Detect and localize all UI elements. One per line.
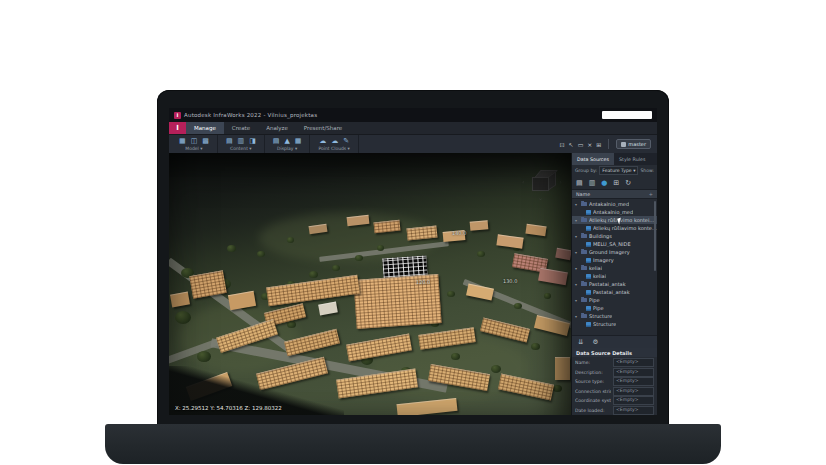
elevation-label: 130.0 bbox=[503, 278, 517, 284]
ribbon-group-label[interactable]: Point Clouds ▾ bbox=[318, 146, 350, 151]
close-tools-icon[interactable]: × bbox=[587, 141, 592, 148]
tree-file-row[interactable]: Structure bbox=[572, 320, 657, 328]
model-viewport[interactable]: X: 25.29512 Y: 54.70316 Z: 129.80322 ‹ ›… bbox=[169, 153, 571, 415]
view-cube[interactable]: ‹ › ⌄ bbox=[522, 163, 562, 201]
tree bbox=[447, 291, 455, 297]
detail-row: Source type:<Empty> bbox=[572, 377, 657, 387]
titlebar-search-input[interactable] bbox=[602, 111, 652, 119]
building bbox=[498, 374, 554, 401]
column-options-icon[interactable]: + bbox=[649, 191, 653, 197]
detail-field-label: Connection string: bbox=[575, 389, 611, 394]
expand-caret-icon[interactable]: ▾ bbox=[575, 266, 579, 271]
ribbon-tab-manage[interactable]: Manage bbox=[186, 122, 224, 134]
ribbon-tab-create[interactable]: Create bbox=[224, 122, 258, 134]
ribbon-tab-present-share[interactable]: Present/Share bbox=[296, 122, 350, 134]
tree-column-header[interactable]: Name + bbox=[572, 190, 657, 199]
tables-icon[interactable]: ▦ bbox=[295, 137, 302, 145]
attributes-icon[interactable]: ▥ bbox=[238, 137, 245, 145]
tree-file-row[interactable]: MELU_SA_NIDE bbox=[572, 240, 657, 248]
add-data-source-icon[interactable]: ▤ bbox=[576, 179, 583, 187]
tree-folder-row[interactable]: ▾Atliekų rūšiavimo konteineriai bbox=[572, 216, 657, 224]
details-title: Data Source Details bbox=[572, 348, 657, 357]
data-source-icon bbox=[586, 274, 591, 279]
ribbon-group-label[interactable]: Model ▾ bbox=[179, 146, 209, 151]
connect-icon[interactable]: ● bbox=[601, 179, 607, 187]
viewcube-right-arrow-icon[interactable]: › bbox=[560, 179, 562, 185]
refresh-icon[interactable]: ↻ bbox=[625, 179, 631, 187]
ribbon-tab-analyze[interactable]: Analyze bbox=[258, 122, 296, 134]
cloud-lock-icon[interactable]: ☁ bbox=[319, 137, 326, 145]
ribbon-group-label[interactable]: Display ▾ bbox=[273, 146, 302, 151]
tree-folder-row[interactable]: ▾keliai bbox=[572, 264, 657, 272]
detail-field-value[interactable]: <Empty> bbox=[613, 406, 654, 415]
detail-row: Name:<Empty> bbox=[572, 358, 657, 368]
tree-folder-label: Atliekų rūšiavimo konteineriai bbox=[589, 217, 657, 223]
panel-tab-data-sources[interactable]: Data Sources bbox=[572, 153, 614, 165]
application-menu-button[interactable]: I bbox=[169, 122, 186, 134]
tree-scrollbar[interactable] bbox=[654, 201, 656, 271]
model-explorer-icon[interactable]: ▦ bbox=[179, 137, 186, 145]
tree-file-row[interactable]: keliai bbox=[572, 272, 657, 280]
proposal-icon bbox=[621, 142, 626, 147]
expand-caret-icon[interactable]: ▾ bbox=[575, 314, 579, 319]
tree-file-row[interactable]: Pipe bbox=[572, 304, 657, 312]
tree-folder-row[interactable]: ▾Pastatai_antak bbox=[572, 280, 657, 288]
folder-icon bbox=[581, 298, 587, 302]
data-source-icon bbox=[586, 322, 591, 327]
tree-folder-label: Structure bbox=[589, 313, 612, 319]
detail-field-value[interactable]: <Empty> bbox=[613, 358, 654, 367]
ribbon-group-label[interactable]: Content ▾ bbox=[226, 146, 256, 151]
cloud-icon[interactable]: ☁ bbox=[331, 137, 338, 145]
detail-field-value[interactable]: <Empty> bbox=[613, 377, 654, 386]
panel-tab-style-rules[interactable]: Style Rules bbox=[614, 153, 651, 165]
tree bbox=[377, 245, 384, 251]
group-by-dropdown[interactable]: Feature Type ▾ bbox=[599, 166, 638, 175]
detail-field-label: Description: bbox=[575, 370, 611, 375]
settings-icon[interactable]: ⚙ bbox=[592, 339, 598, 346]
cloud-edit-icon[interactable]: ✎ bbox=[343, 137, 349, 145]
tree-folder-row[interactable]: ▾Antakalnio_med bbox=[572, 200, 657, 208]
locate-content-icon[interactable]: ◨ bbox=[249, 137, 256, 145]
tree-file-row[interactable]: Antakalnio_med bbox=[572, 208, 657, 216]
tree bbox=[309, 271, 318, 278]
expand-caret-icon[interactable]: ▾ bbox=[575, 298, 579, 303]
collapse-all-icon[interactable]: ⇊ bbox=[578, 339, 583, 346]
panel-toolbar: ▤▥●⊞↻ bbox=[572, 176, 657, 190]
add-file-data-source-icon[interactable]: ▥ bbox=[589, 179, 596, 187]
tree-file-row[interactable]: Imagery bbox=[572, 256, 657, 264]
measure-icon[interactable]: ▭ bbox=[578, 141, 584, 148]
detail-field-value[interactable]: <Empty> bbox=[613, 387, 654, 396]
tree-folder-row[interactable]: ▾Structure bbox=[572, 312, 657, 320]
tree-folder-row[interactable]: ▾Pipe bbox=[572, 296, 657, 304]
tree-file-label: keliai bbox=[593, 273, 606, 279]
expand-caret-icon[interactable]: ▾ bbox=[575, 202, 579, 207]
terrain-icon[interactable]: ▲ bbox=[284, 137, 289, 145]
copy-icon[interactable]: ⊞ bbox=[613, 179, 619, 187]
data-source-icon bbox=[586, 306, 591, 311]
viewcube-down-arrow-icon[interactable]: ⌄ bbox=[538, 195, 543, 201]
detail-field-label: Name: bbox=[575, 360, 611, 365]
tree-file-row[interactable]: Pastatai_antak bbox=[572, 288, 657, 296]
viewcube-left-arrow-icon[interactable]: ‹ bbox=[522, 179, 524, 185]
tree-folder-row[interactable]: ▾Buildings bbox=[572, 232, 657, 240]
clipboard-icon[interactable]: ⊞ bbox=[596, 141, 601, 148]
detail-field-value[interactable]: <Empty> bbox=[613, 368, 654, 377]
viewcube-front-face[interactable] bbox=[532, 177, 549, 191]
data-source-details: Name:<Empty>Description:<Empty>Source ty… bbox=[572, 357, 657, 415]
display-settings-icon[interactable]: ⊡ bbox=[560, 141, 565, 148]
expand-caret-icon[interactable]: ▾ bbox=[575, 234, 579, 239]
proposal-button[interactable]: master bbox=[616, 139, 651, 149]
expand-caret-icon[interactable]: ▾ bbox=[575, 250, 579, 255]
model-edit-icon[interactable]: ▩ bbox=[202, 137, 209, 145]
expand-caret-icon[interactable]: ▾ bbox=[575, 218, 579, 223]
tree-file-row[interactable]: Atliekų rūšiavimo konteineria bbox=[572, 224, 657, 232]
data-sources-icon[interactable]: ▤ bbox=[226, 137, 233, 145]
tree-file-label: Atliekų rūšiavimo konteineria bbox=[593, 225, 657, 231]
expand-caret-icon[interactable]: ▾ bbox=[575, 282, 579, 287]
select-icon[interactable]: ↖ bbox=[569, 141, 574, 148]
tree-folder-row[interactable]: ▾Ground Imagery bbox=[572, 248, 657, 256]
detail-field-value[interactable]: <Empty> bbox=[613, 396, 654, 405]
layers-icon[interactable]: ▤ bbox=[273, 137, 280, 145]
model-properties-icon[interactable]: ◫ bbox=[191, 137, 198, 145]
tree-file-label: Imagery bbox=[593, 257, 614, 263]
